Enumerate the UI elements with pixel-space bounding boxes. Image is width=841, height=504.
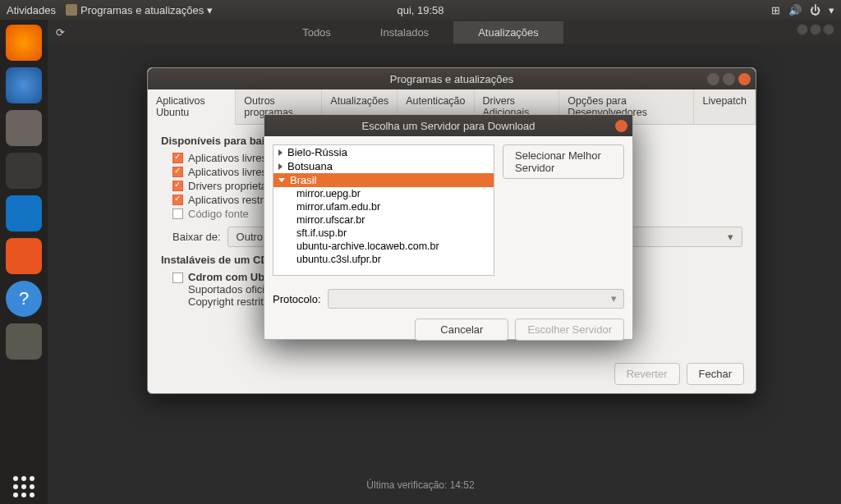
dock-help[interactable]: ? [6,281,42,317]
tab-all[interactable]: Todos [278,21,356,44]
dock-thunderbird[interactable] [6,67,42,103]
last-check-status: Última verificação: 14:52 [366,479,474,491]
best-server-button[interactable]: Selecionar Melhor Servidor [503,144,624,179]
tab-updates[interactable]: Atualizações [453,21,563,44]
collapse-icon [278,178,285,182]
chevron-down-icon[interactable]: ▾ [829,4,834,16]
tab-installed[interactable]: Instalados [356,21,453,44]
server-tree[interactable]: Bielo-Rússia Botsuana Brasil mirror.uepg… [273,144,494,276]
expand-icon [278,149,283,156]
tab-livepatch[interactable]: Livepatch [694,89,756,124]
top-panel: Atividades Programas e atualizações ▾ qu… [0,0,841,20]
dock-libreoffice[interactable] [6,195,42,231]
dock-firefox[interactable] [6,25,42,61]
close-icon[interactable] [823,24,834,35]
mirror-item[interactable]: mirror.ufam.edu.br [273,200,494,213]
dock-files[interactable] [6,110,42,146]
power-icon[interactable]: ⏻ [810,4,820,16]
checkbox-restricted[interactable] [172,181,183,191]
cancel-button[interactable]: Cancelar [415,318,508,341]
close-button[interactable]: Fechar [687,363,744,385]
chevron-down-icon: ▾ [207,4,213,16]
protocol-combo[interactable] [328,289,624,309]
maximize-icon[interactable] [723,73,735,85]
tree-item-brazil[interactable]: Brasil [273,173,494,187]
revert-button[interactable]: Reverter [614,363,680,385]
mirror-item[interactable]: ubuntu-archive.locaweb.com.br [273,240,494,253]
window-titlebar[interactable]: Programas e atualizações [148,68,756,89]
software-top-tabs: Todos Instalados Atualizações [0,20,841,44]
dialog-titlebar[interactable]: Escolha um Servidor para Download [264,115,632,136]
mirror-item[interactable]: sft.if.usp.br [273,227,494,240]
dock: ? [0,20,48,504]
checkbox-cdrom[interactable] [172,273,183,283]
minimize-icon[interactable] [797,24,808,35]
choose-server-dialog: Escolha um Servidor para Download Bielo-… [264,114,633,340]
mirror-item[interactable]: mirror.ufscar.br [273,213,494,227]
expand-icon [278,163,283,170]
mirror-item[interactable]: mirror.uepg.br [273,187,494,200]
tree-item-belarus[interactable]: Bielo-Rússia [273,145,494,159]
maximize-icon[interactable] [810,24,821,35]
app-menu[interactable]: Programas e atualizações ▾ [66,4,213,16]
checkbox-main[interactable] [172,153,183,163]
dock-software[interactable] [6,238,42,274]
network-icon[interactable]: ⊞ [771,4,780,16]
checkbox-multiverse[interactable] [172,195,183,205]
protocol-label: Protocolo: [273,293,321,305]
close-icon[interactable] [615,120,627,132]
choose-server-button[interactable]: Escolher Servidor [515,318,624,341]
mirror-item[interactable]: ubuntu.c3sl.ufpr.br [273,253,494,266]
checkbox-universe[interactable] [172,167,183,177]
checkbox-source[interactable] [172,208,183,219]
dialog-title: Escolha um Servidor para Download [362,120,535,132]
dock-running-app[interactable] [6,323,42,360]
window-controls-app [797,24,834,35]
show-applications[interactable] [13,476,34,497]
clock[interactable]: qui, 19:58 [397,4,443,16]
dock-rhythmbox[interactable] [6,153,42,189]
tab-ubuntu-software[interactable]: Aplicativos Ubuntu [148,89,236,125]
minimize-icon[interactable] [707,73,719,85]
close-icon[interactable] [738,73,751,85]
window-title: Programas e atualizações [390,73,513,85]
download-from-label: Baixar de: [172,231,221,243]
volume-icon[interactable]: 🔊 [788,4,802,16]
tree-item-botswana[interactable]: Botsuana [273,159,494,173]
activities-button[interactable]: Atividades [7,4,56,16]
app-icon [66,4,77,16]
